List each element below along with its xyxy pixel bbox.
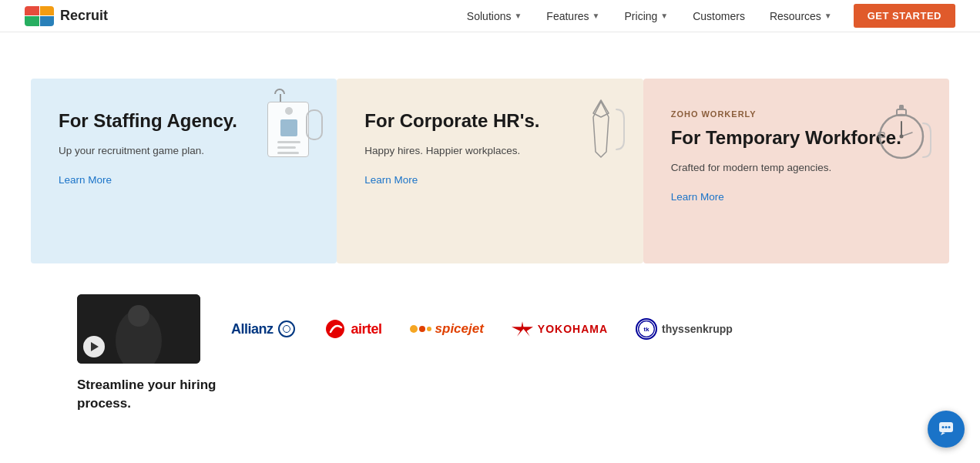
svg-point-8 bbox=[899, 135, 903, 139]
features-caret: ▼ bbox=[592, 12, 600, 20]
svg-rect-4 bbox=[899, 105, 904, 109]
brand-logos: Allianz airtel spicejet bbox=[231, 317, 733, 341]
streamline-headline: Streamline your hiringprocess. bbox=[77, 376, 949, 413]
airtel-icon bbox=[323, 317, 347, 341]
get-started-button[interactable]: GET STARTED bbox=[854, 4, 955, 28]
airtel-logo: airtel bbox=[323, 317, 382, 341]
allianz-text: Allianz bbox=[231, 321, 274, 337]
yokohama-logo: YOKOHAMA bbox=[512, 321, 608, 337]
id-badge-illustration bbox=[260, 94, 321, 163]
card-staffing-learn-more[interactable]: Learn More bbox=[59, 174, 112, 186]
stopwatch-illustration bbox=[872, 94, 934, 166]
nav-resources[interactable]: Resources ▼ bbox=[757, 0, 844, 32]
spicejet-text: spicejet bbox=[435, 321, 484, 337]
nav-solutions[interactable]: Solutions ▼ bbox=[455, 0, 535, 32]
thyssenkrupp-icon: tk bbox=[636, 318, 657, 340]
tie-illustration bbox=[574, 94, 628, 163]
spicejet-dots bbox=[410, 325, 431, 333]
nav-customers[interactable]: Customers bbox=[680, 0, 757, 32]
thyssenkrupp-text: thyssenkrupp bbox=[662, 323, 733, 335]
svg-marker-12 bbox=[512, 321, 533, 337]
card-corporate-learn-more[interactable]: Learn More bbox=[364, 174, 418, 186]
streamline-section: Streamline your hiringprocess. bbox=[0, 364, 980, 413]
svg-text:tk: tk bbox=[644, 326, 650, 333]
nav-links: Solutions ▼ Features ▼ Pricing ▼ Custome… bbox=[455, 0, 955, 32]
nav-pricing[interactable]: Pricing ▼ bbox=[612, 0, 681, 32]
feature-cards-section: For Staffing Agency. Up your recruitment… bbox=[0, 32, 980, 263]
spicejet-logo: spicejet bbox=[410, 321, 484, 337]
logo-area[interactable]: Recruit bbox=[25, 5, 108, 27]
solutions-caret: ▼ bbox=[514, 12, 522, 20]
video-thumbnail[interactable] bbox=[77, 294, 200, 364]
recruit-brand-text: Recruit bbox=[60, 8, 108, 24]
logos-section: Allianz airtel spicejet bbox=[0, 263, 980, 364]
card-corporate-hr: For Corporate HR's. Happy hires. Happier… bbox=[337, 79, 643, 263]
nav-features[interactable]: Features ▼ bbox=[534, 0, 612, 32]
svg-point-11 bbox=[128, 305, 149, 327]
navbar: Recruit Solutions ▼ Features ▼ Pricing ▼… bbox=[0, 0, 980, 32]
yokohama-icon bbox=[512, 321, 533, 337]
resources-caret: ▼ bbox=[824, 12, 832, 20]
pricing-caret: ▼ bbox=[660, 12, 668, 20]
card-staffing-agency: For Staffing Agency. Up your recruitment… bbox=[31, 79, 337, 263]
allianz-logo: Allianz bbox=[231, 320, 295, 337]
card-temp-learn-more[interactable]: Learn More bbox=[671, 191, 724, 203]
video-play-button[interactable] bbox=[83, 336, 105, 357]
card-temp-workforce: ZOHO WORKERLY For Temporary Workforce. C… bbox=[643, 79, 949, 263]
thyssenkrupp-logo: tk thyssenkrupp bbox=[636, 318, 733, 340]
yokohama-text: YOKOHAMA bbox=[538, 323, 608, 335]
zoho-logo-icon bbox=[25, 5, 54, 27]
airtel-text: airtel bbox=[351, 321, 382, 337]
allianz-icon bbox=[278, 320, 295, 337]
